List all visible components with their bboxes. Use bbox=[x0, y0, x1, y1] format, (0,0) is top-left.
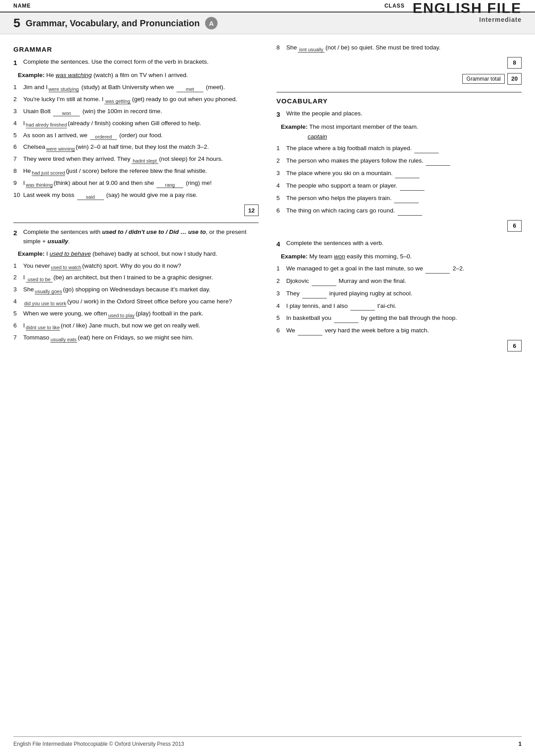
main-content: GRAMMAR 1 Complete the sentences. Use th… bbox=[0, 34, 535, 367]
q2-item-5: 5 When we were young, we oftenused to pl… bbox=[13, 309, 259, 319]
example-label-2: Example: bbox=[18, 250, 45, 257]
q2-example: Example: I used to behave (behave) badly… bbox=[13, 249, 259, 259]
logo-title: ENGLISH FILE bbox=[413, 1, 522, 15]
q4-item-3: 3 They injured playing rugby at school. bbox=[276, 289, 522, 298]
vocab-content: Djokovic Murray and won the final. bbox=[286, 277, 522, 286]
item-num: 1 bbox=[13, 262, 21, 271]
item-num: 7 bbox=[13, 333, 21, 343]
example-text-q4: My team bbox=[309, 253, 334, 260]
vocab-item-2: 2 The person who makes the players follo… bbox=[276, 156, 522, 166]
answer-span: used to be bbox=[26, 277, 53, 282]
q1-item-10: 10 Last week my boss said (say) he would… bbox=[13, 191, 259, 200]
section-badge: A bbox=[205, 17, 218, 29]
blank bbox=[414, 153, 439, 153]
q2-instruction: 2 Complete the sentences with used to / … bbox=[13, 228, 259, 246]
answer-span: won bbox=[53, 110, 80, 116]
vocab-num: 6 bbox=[276, 206, 284, 216]
q3-score-row: 6 bbox=[276, 220, 522, 232]
q2-item-6: 6 Ididnt use to like(not / like) Jane mu… bbox=[13, 321, 259, 331]
q4-item-1: 1 We managed to get a goal in the last m… bbox=[276, 264, 522, 274]
q4-item-4: 4 I play tennis, and I also t'ai-chi. bbox=[276, 302, 522, 311]
item-content: Chelseawere winning(win) 2–0 at half tim… bbox=[23, 143, 259, 152]
q3-number: 3 bbox=[276, 109, 284, 119]
logo-subtitle: Intermediate bbox=[479, 16, 522, 23]
answer-span: said bbox=[77, 194, 104, 200]
vocab-content: We very hard the week before a big match… bbox=[286, 326, 522, 335]
blank bbox=[298, 335, 322, 335]
vocab-num: 4 bbox=[276, 181, 284, 191]
answer-span: usually goes bbox=[35, 289, 62, 294]
question-3-block: 3 Write the people and places. Example: … bbox=[276, 109, 522, 232]
answer-span: was getting bbox=[104, 98, 131, 104]
item-content: Iwas thinking(think) about her at 9.00 a… bbox=[23, 179, 259, 188]
item-content: Ididnt use to like(not / like) Jane much… bbox=[23, 321, 259, 331]
blank bbox=[394, 203, 419, 203]
question-1-block: 1 Complete the sentences. Use the correc… bbox=[13, 57, 259, 216]
item-content: Last week my boss said (say) he would gi… bbox=[23, 191, 259, 200]
vocab-item-1: 1 The place where a big football match i… bbox=[276, 144, 522, 153]
item-num: 7 bbox=[13, 155, 21, 164]
q1-item-3: 3 Usain Bolt won (win) the 100m in recor… bbox=[13, 107, 259, 116]
item-content: You neverused to watch(watch) sport. Why… bbox=[23, 262, 259, 271]
item-num: 6 bbox=[13, 143, 21, 152]
footer-page: 1 bbox=[519, 740, 522, 747]
grammar-total-score: 20 bbox=[507, 73, 522, 85]
example-text-after: (watch) a film on TV when I arrived. bbox=[94, 72, 188, 78]
section-divider bbox=[13, 222, 259, 223]
vocab-item-5: 5 The person who helps the players train… bbox=[276, 194, 522, 203]
q4-item-2: 2 Djokovic Murray and won the final. bbox=[276, 277, 522, 286]
q1-item-9: 9 Iwas thinking(think) about her at 9.00… bbox=[13, 179, 259, 188]
item-content: did you use to work(you / work) in the O… bbox=[23, 297, 259, 306]
q2-instruction-text: Complete the sentences with used to / di… bbox=[23, 228, 259, 246]
vocab-num: 1 bbox=[276, 264, 284, 274]
vocab-num: 6 bbox=[276, 326, 284, 335]
example-label-4: Example: bbox=[281, 253, 308, 260]
q8-item: 8 Sheisnt usually(not / be) so quiet. Sh… bbox=[276, 43, 522, 53]
q4-score-box: 6 bbox=[507, 340, 522, 351]
q8-score-row: 8 bbox=[276, 57, 522, 69]
vocab-content: The thing on which racing cars go round. bbox=[286, 206, 522, 216]
item-num: 3 bbox=[13, 107, 21, 116]
item-content: Ihad alredy finished(already / finish) c… bbox=[23, 119, 259, 128]
vocab-num: 4 bbox=[276, 302, 284, 311]
item-content: Jim and Iwere studying (study) at Bath U… bbox=[23, 83, 259, 92]
footer: English File Intermediate Photocopiable … bbox=[13, 736, 522, 747]
vocab-item-4: 4 The people who support a team or playe… bbox=[276, 181, 522, 191]
item-num: 4 bbox=[13, 119, 21, 128]
q4-example: Example: My team won easily this morning… bbox=[276, 252, 522, 262]
q3-instruction: 3 Write the people and places. bbox=[276, 109, 522, 119]
item-num: 3 bbox=[13, 285, 21, 294]
item-num: 10 bbox=[13, 191, 21, 200]
vocab-item-6: 6 The thing on which racing cars go roun… bbox=[276, 206, 522, 216]
q2-item-2: 2 Iused to be(be) an architect, but then… bbox=[13, 273, 259, 282]
item-content: As soon as I arrived, we ordered (order)… bbox=[23, 131, 259, 140]
answer-span: used to watch bbox=[51, 265, 81, 270]
vocab-content: We managed to get a goal in the last min… bbox=[286, 264, 522, 274]
q1-item-8: 8 Hehad just scored(just / score) before… bbox=[13, 167, 259, 176]
q1-number: 1 bbox=[13, 57, 21, 68]
blank bbox=[426, 165, 450, 166]
answer-span: usually eats bbox=[50, 337, 77, 343]
answer-span: used to play bbox=[108, 313, 135, 319]
vocab-num: 5 bbox=[276, 314, 284, 323]
q3-example: Example: The most important member of th… bbox=[276, 122, 522, 141]
answer-span: had just scored bbox=[32, 170, 65, 176]
name-label: NAME bbox=[13, 3, 268, 9]
vocab-num: 3 bbox=[276, 169, 284, 178]
question-2-block: 2 Complete the sentences with used to / … bbox=[13, 228, 259, 343]
vocab-content: They injured playing rugby at school. bbox=[286, 289, 522, 298]
q2-item-4: 4 did you use to work(you / work) in the… bbox=[13, 297, 259, 306]
q1-item-6: 6 Chelseawere winning(win) 2–0 at half t… bbox=[13, 143, 259, 152]
example-answer-q2: used to behave bbox=[49, 250, 91, 257]
q1-item-1: 1 Jim and Iwere studying (study) at Bath… bbox=[13, 83, 259, 92]
q4-item-5: 5 In basketball you by getting the ball … bbox=[276, 314, 522, 323]
answer-span: was thinking bbox=[26, 182, 53, 188]
item-num: 2 bbox=[13, 95, 21, 104]
blank bbox=[425, 273, 450, 274]
item-content: You're lucky I'm still at home. Iwas get… bbox=[23, 95, 259, 104]
answer-span: didnt use to like bbox=[26, 325, 60, 331]
item-content: Tommasousually eats(eat) here on Fridays… bbox=[23, 333, 259, 343]
q2-item-7: 7 Tommasousually eats(eat) here on Frida… bbox=[13, 333, 259, 343]
top-bar: NAME CLASS ENGLISH FILE Intermediate bbox=[0, 0, 535, 12]
item-content: Sheisnt usually(not / be) so quiet. She … bbox=[286, 43, 522, 53]
